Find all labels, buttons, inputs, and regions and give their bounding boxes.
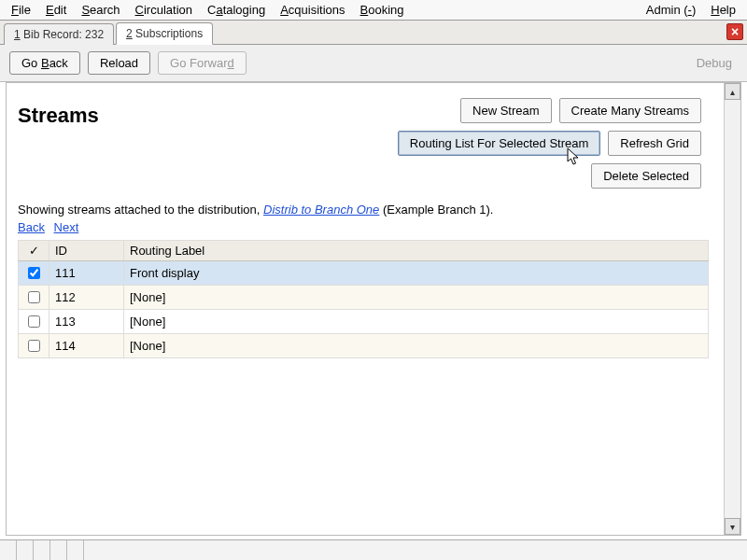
row-routing-label: [None]	[124, 310, 709, 334]
grid-header-routing[interactable]: Routing Label	[124, 241, 709, 261]
create-many-streams-button[interactable]: Create Many Streams	[559, 98, 701, 123]
menu-booking[interactable]: Booking	[353, 1, 412, 19]
row-id: 112	[49, 286, 124, 310]
paging-back-link[interactable]: Back	[18, 220, 45, 234]
scroll-down-icon[interactable]: ▾	[725, 518, 740, 535]
menu-edit[interactable]: Edit	[38, 1, 74, 19]
row-id: 113	[49, 310, 124, 334]
info-prefix: Showing streams attached to the distribu…	[18, 203, 263, 217]
table-row[interactable]: 111Front display	[19, 261, 709, 286]
row-routing-label: [None]	[124, 286, 709, 310]
grid-header-check[interactable]: ✓	[19, 241, 49, 261]
tab-subscriptions[interactable]: 2 Subscriptions	[116, 22, 213, 45]
status-segment	[67, 540, 84, 560]
menu-circulation[interactable]: Circulation	[128, 1, 200, 19]
action-buttons: New Stream Create Many Streams Routing L…	[398, 98, 701, 189]
tab-strip: 1 Bib Record: 2322 Subscriptions×	[0, 21, 747, 45]
grid-header-row: ✓ ID Routing Label	[19, 241, 709, 261]
menu-acquisitions[interactable]: Acquisitions	[273, 1, 352, 19]
menu-search[interactable]: Search	[74, 1, 127, 19]
row-id: 114	[49, 334, 124, 358]
row-checkbox-cell	[19, 334, 49, 358]
menu-cataloging[interactable]: Cataloging	[200, 1, 273, 19]
debug-link[interactable]: Debug	[697, 56, 738, 70]
content-scroll: Streams New Stream Create Many Streams R…	[7, 83, 724, 535]
distribution-link[interactable]: Distrib to Branch One	[263, 203, 379, 217]
row-routing-label: [None]	[124, 334, 709, 358]
reload-button[interactable]: Reload	[88, 51, 150, 75]
status-segment	[34, 540, 50, 560]
toolbar: Go Back Reload Go Forward Debug	[0, 45, 747, 82]
status-segment	[17, 540, 34, 560]
tab-bib-record-232[interactable]: 1 Bib Record: 232	[4, 23, 114, 45]
go-back-button[interactable]: Go Back	[9, 51, 80, 75]
row-checkbox[interactable]	[28, 267, 40, 279]
scroll-up-icon[interactable]: ▴	[725, 83, 740, 100]
row-checkbox-cell	[19, 261, 49, 286]
content-frame: Streams New Stream Create Many Streams R…	[6, 82, 741, 536]
row-checkbox[interactable]	[28, 340, 40, 352]
menubar: FileEditSearchCirculationCatalogingAcqui…	[0, 0, 747, 21]
scroll-track[interactable]	[725, 100, 740, 518]
row-checkbox[interactable]	[28, 291, 40, 303]
table-row[interactable]: 113[None]	[19, 310, 709, 334]
status-segment	[84, 540, 747, 560]
status-bar	[0, 539, 747, 560]
row-routing-label: Front display	[124, 261, 709, 286]
menubar-right: Admin (-)Help	[639, 1, 743, 19]
grid-header-id[interactable]: ID	[49, 241, 124, 261]
row-checkbox[interactable]	[28, 315, 40, 328]
menubar-left: FileEditSearchCirculationCatalogingAcqui…	[4, 1, 412, 19]
status-segment	[50, 540, 67, 560]
menu-help[interactable]: Help	[703, 1, 743, 19]
table-row[interactable]: 112[None]	[19, 286, 709, 310]
delete-selected-button[interactable]: Delete Selected	[591, 163, 701, 189]
routing-list-button[interactable]: Routing List For Selected Stream	[398, 131, 600, 156]
status-segment	[0, 540, 17, 560]
go-forward-button: Go Forward	[158, 51, 247, 75]
vertical-scrollbar[interactable]: ▴ ▾	[724, 83, 740, 535]
menu-admin-[interactable]: Admin (-)	[639, 1, 703, 19]
close-icon[interactable]: ×	[726, 23, 743, 40]
new-stream-button[interactable]: New Stream	[460, 98, 552, 123]
row-id: 111	[49, 261, 124, 286]
row-checkbox-cell	[19, 286, 49, 310]
paging-links: Back Next	[18, 220, 709, 234]
row-checkbox-cell	[19, 310, 49, 334]
info-line: Showing streams attached to the distribu…	[18, 203, 709, 217]
streams-grid: ✓ ID Routing Label 111Front display112[N…	[18, 240, 709, 358]
paging-next-link[interactable]: Next	[54, 220, 79, 234]
info-suffix: (Example Branch 1).	[379, 203, 493, 217]
refresh-grid-button[interactable]: Refresh Grid	[608, 131, 701, 156]
table-row[interactable]: 114[None]	[19, 334, 709, 358]
menu-file[interactable]: File	[4, 1, 38, 19]
